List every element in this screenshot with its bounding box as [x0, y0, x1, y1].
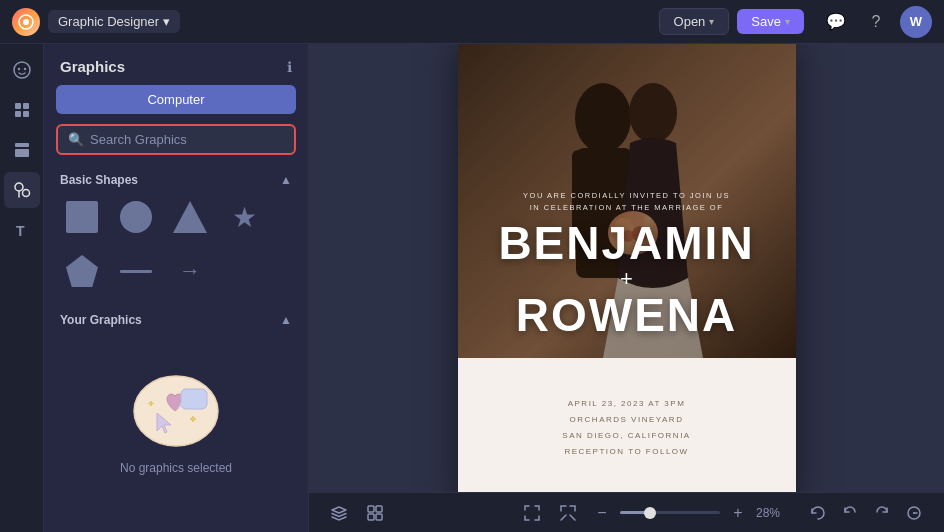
- reset-icon[interactable]: [804, 499, 832, 527]
- shape-star[interactable]: ★: [222, 195, 266, 239]
- search-graphics-input[interactable]: [90, 132, 284, 147]
- app-name-dropdown[interactable]: Graphic Designer ▾: [48, 10, 180, 33]
- svg-point-12: [22, 190, 29, 197]
- shape-pentagon[interactable]: [60, 249, 104, 293]
- redo-icon[interactable]: [868, 499, 896, 527]
- zoom-percent: 28%: [756, 506, 788, 520]
- panel-title: Graphics: [60, 58, 125, 75]
- wedding-photo: YOU ARE CORDIALLY INVITED TO JOIN US IN …: [458, 44, 796, 358]
- history-icon[interactable]: [900, 499, 928, 527]
- shape-line[interactable]: [114, 249, 158, 293]
- history-controls: [804, 499, 928, 527]
- shape-square[interactable]: [60, 195, 104, 239]
- main-area: T Graphics ℹ Computer 🔍 Basic Shapes ▲ ★: [0, 44, 944, 532]
- shapes-grid: ★ →: [44, 195, 308, 309]
- undo-icon[interactable]: [836, 499, 864, 527]
- topbar-actions: 💬 ? W: [820, 6, 932, 38]
- grid-view-icon[interactable]: [361, 499, 389, 527]
- nav-face-icon[interactable]: [4, 52, 40, 88]
- svg-text:T: T: [16, 223, 25, 239]
- your-graphics-label: Your Graphics: [60, 313, 142, 327]
- topbar: Graphic Designer ▾ Open ▾ Save ▾ 💬 ? W: [0, 0, 944, 44]
- svg-rect-7: [15, 111, 21, 117]
- canvas-scroll[interactable]: YOU ARE CORDIALLY INVITED TO JOIN US IN …: [309, 44, 944, 492]
- app-logo[interactable]: [12, 8, 40, 36]
- svg-rect-10: [15, 149, 29, 157]
- basic-shapes-label: Basic Shapes: [60, 173, 138, 187]
- chevron-down-icon: ▾: [709, 16, 714, 27]
- invited-text: YOU ARE CORDIALLY INVITED TO JOIN US IN …: [523, 190, 730, 214]
- nav-template-icon[interactable]: [4, 132, 40, 168]
- zoom-in-button[interactable]: +: [726, 501, 750, 525]
- nav-text-icon[interactable]: T: [4, 212, 40, 248]
- svg-point-4: [23, 68, 25, 70]
- app-name-label: Graphic Designer: [58, 14, 159, 29]
- details-text: APRIL 23, 2023 AT 3PM ORCHARDS VINEYARD …: [562, 396, 690, 460]
- wedding-card: YOU ARE CORDIALLY INVITED TO JOIN US IN …: [458, 44, 796, 492]
- layers-icon[interactable]: [325, 499, 353, 527]
- search-graphics-container[interactable]: 🔍: [56, 124, 296, 155]
- zoom-out-button[interactable]: −: [590, 501, 614, 525]
- your-graphics-header: Your Graphics ▲: [44, 309, 308, 335]
- svg-rect-32: [376, 514, 382, 520]
- basic-shapes-header: Basic Shapes ▲: [44, 169, 308, 195]
- shape-arrow[interactable]: →: [168, 249, 212, 293]
- bottom-toolbar: − + 28%: [309, 492, 944, 532]
- svg-rect-29: [368, 506, 374, 512]
- svg-point-2: [14, 62, 30, 78]
- user-avatar[interactable]: W: [900, 6, 932, 38]
- bride-name: ROWENA: [516, 292, 738, 338]
- your-graphics-empty-state: No graphics selected: [44, 335, 308, 495]
- panel-header: Graphics ℹ: [44, 44, 308, 85]
- info-icon[interactable]: ℹ: [287, 59, 292, 75]
- no-graphics-text: No graphics selected: [120, 461, 232, 475]
- zoom-slider[interactable]: [620, 511, 720, 514]
- save-button[interactable]: Save ▾: [737, 9, 804, 34]
- svg-point-11: [15, 183, 23, 191]
- graphics-panel: Graphics ℹ Computer 🔍 Basic Shapes ▲ ★ →…: [44, 44, 309, 532]
- search-icon: 🔍: [68, 132, 84, 147]
- shape-triangle[interactable]: [168, 195, 212, 239]
- chevron-down-icon: ▾: [785, 16, 790, 27]
- svg-rect-5: [15, 103, 21, 109]
- help-icon[interactable]: ?: [860, 6, 892, 38]
- chevron-down-icon: ▾: [163, 14, 170, 29]
- svg-point-3: [17, 68, 19, 70]
- svg-rect-8: [23, 111, 29, 117]
- open-button[interactable]: Open ▾: [659, 8, 730, 35]
- svg-rect-6: [23, 103, 29, 109]
- svg-rect-31: [368, 514, 374, 520]
- shape-circle[interactable]: [114, 195, 158, 239]
- graphics-placeholder-illustration: [121, 351, 231, 451]
- svg-rect-15: [181, 389, 207, 409]
- svg-point-14: [134, 376, 218, 446]
- groom-name: BENJAMIN: [498, 220, 754, 266]
- svg-rect-9: [15, 143, 29, 147]
- chat-icon[interactable]: 💬: [820, 6, 852, 38]
- svg-point-1: [23, 19, 29, 25]
- nav-graphics-icon[interactable]: [4, 172, 40, 208]
- basic-shapes-toggle[interactable]: ▲: [280, 173, 292, 187]
- computer-button[interactable]: Computer: [56, 85, 296, 114]
- fit-icon[interactable]: [554, 499, 582, 527]
- your-graphics-toggle[interactable]: ▲: [280, 313, 292, 327]
- svg-point-34: [913, 512, 915, 514]
- wedding-details: APRIL 23, 2023 AT 3PM ORCHARDS VINEYARD …: [458, 358, 796, 492]
- wedding-text-overlay: YOU ARE CORDIALLY INVITED TO JOIN US IN …: [458, 44, 796, 358]
- canvas-area: YOU ARE CORDIALLY INVITED TO JOIN US IN …: [309, 44, 944, 532]
- icon-nav: T: [0, 44, 44, 532]
- nav-grid-icon[interactable]: [4, 92, 40, 128]
- svg-rect-30: [376, 506, 382, 512]
- fullscreen-icon[interactable]: [518, 499, 546, 527]
- zoom-controls: − + 28%: [590, 501, 788, 525]
